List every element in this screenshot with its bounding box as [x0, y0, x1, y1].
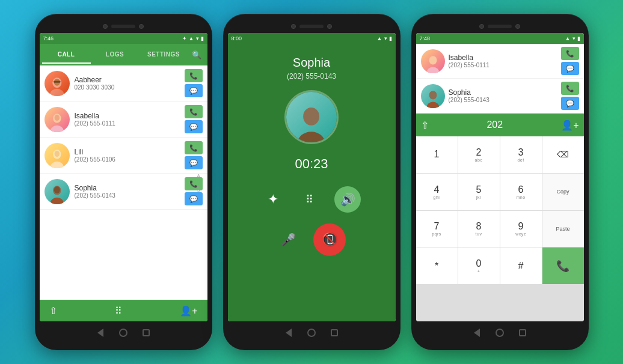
msg-btn-lili[interactable]: 💬	[185, 156, 203, 169]
dial-0[interactable]: 0+	[458, 247, 500, 284]
search-icon[interactable]: 🔍	[188, 48, 205, 62]
dialer-contact-sophia[interactable]: Sophia (202) 555-0143 📞 💬	[416, 79, 584, 114]
contact-actions-isabella: 📞 💬	[185, 105, 203, 133]
nav-recent-2[interactable]	[329, 327, 340, 338]
share-icon-3[interactable]: ⇧	[421, 120, 429, 131]
dial-3[interactable]: 3def	[500, 136, 542, 173]
dial-call[interactable]: 📞	[542, 247, 584, 284]
bluetooth-call-btn[interactable]: ✦	[262, 189, 284, 210]
dial-2[interactable]: 2abc	[458, 136, 500, 173]
phone-1-bottom-actions: ⇧ ⠿ 👤+	[40, 300, 207, 321]
end-call-button[interactable]: 📵	[313, 223, 346, 256]
dial-hash[interactable]: #	[500, 247, 542, 284]
msg-btn-aabheer[interactable]: 💬	[185, 84, 203, 97]
nav-back-3[interactable]	[471, 327, 482, 338]
msg-btn-isabella[interactable]: 💬	[185, 120, 203, 133]
nav-back-2[interactable]	[283, 327, 294, 338]
dialer-msg-btn-sophia[interactable]: 💬	[561, 97, 579, 110]
dialer-contacts: Isabella (202) 555-0111 📞 💬 Sophia (202)…	[416, 44, 584, 114]
nav-home-3[interactable]	[494, 327, 505, 338]
dial-copy[interactable]: Copy	[542, 174, 584, 210]
tab-settings[interactable]: SETTINGS	[140, 46, 188, 64]
share-icon[interactable]: ⇧	[49, 305, 57, 317]
add-contact-icon[interactable]: 👤+	[180, 305, 197, 317]
phone-1-tab-bar: CALL LOGS SETTINGS 🔍	[40, 44, 207, 65]
side-letters: A I L S	[197, 174, 200, 192]
contact-name-aabheer: Aabheer	[75, 76, 180, 84]
avatar-isabella	[44, 107, 70, 132]
contact-item-aabheer[interactable]: Aabheer 020 3030 3030 📞 💬	[40, 65, 207, 102]
dial-paste[interactable]: Paste	[542, 211, 584, 247]
dial-7[interactable]: 7pqrs	[416, 211, 458, 247]
letter-l: L	[197, 183, 200, 187]
tab-logs[interactable]: LOGS	[91, 46, 140, 64]
dial-1[interactable]: 1	[416, 136, 458, 173]
svg-point-14	[298, 132, 325, 142]
dialpad: 1 2abc 3def ⌫ 4ghi 5jkl 6mno Copy 7pqrs …	[416, 136, 584, 321]
mute-call-btn[interactable]: 🎤	[277, 229, 299, 250]
speaker-call-btn[interactable]: 🔊	[334, 186, 361, 213]
dialer-contact-isabella[interactable]: Isabella (202) 555-0111 📞 💬	[416, 44, 584, 79]
dial-9[interactable]: 9wxyz	[500, 211, 542, 247]
dialer-call-btn-sophia[interactable]: 📞	[561, 82, 579, 95]
phone-1-speaker	[111, 25, 135, 28]
phone-2-screen: 8:00 ▲ ▾ ▮ Sophia (202) 555-0143 00:23	[228, 33, 396, 321]
tab-call[interactable]: CALL	[42, 46, 91, 64]
keypad-call-btn[interactable]: ⠿	[298, 189, 320, 210]
contact-item-lili[interactable]: Lili (202) 555-0106 📞 💬	[40, 138, 207, 174]
dial-backspace[interactable]: ⌫	[542, 136, 584, 173]
phone-2-camera	[291, 24, 296, 29]
dialer-msg-btn-isabella[interactable]: 💬	[561, 62, 579, 75]
phone-2: 8:00 ▲ ▾ ▮ Sophia (202) 555-0143 00:23	[223, 14, 400, 350]
phone-2-status-bar: 8:00 ▲ ▾ ▮	[228, 33, 396, 44]
contact-item-sophia[interactable]: Sophia (202) 555-0143 📞 💬	[40, 174, 207, 210]
call-timer: 00:23	[295, 156, 328, 172]
contact-info-lili: Lili (202) 555-0106	[75, 148, 180, 163]
phone-1-sensor	[139, 24, 144, 29]
phone-3-time: 7:48	[420, 35, 431, 41]
nav-back[interactable]	[95, 327, 106, 338]
dialer-actions-isabella: 📞 💬	[561, 47, 579, 75]
dial-star[interactable]: *	[416, 247, 458, 284]
dialer-call-btn-isabella[interactable]: 📞	[561, 47, 579, 60]
battery-icon: ▮	[201, 35, 204, 41]
phone-2-sensor	[327, 24, 332, 29]
contact-actions-lili: 📞 💬	[185, 141, 203, 169]
contact-number-lili: (202) 555-0106	[75, 156, 180, 163]
call-controls-row2: 🎤 📵	[277, 223, 346, 256]
nav-home[interactable]	[118, 327, 129, 338]
msg-btn-sophia[interactable]: 💬	[185, 192, 203, 205]
battery-icon-3: ▮	[577, 35, 580, 41]
call-btn-isabella[interactable]: 📞	[185, 105, 203, 118]
call-btn-aabheer[interactable]: 📞	[185, 69, 203, 82]
add-contact-icon-3[interactable]: 👤+	[561, 120, 578, 131]
dialpad-icon[interactable]: ⠿	[115, 305, 122, 317]
avatar-sophia-1	[44, 179, 70, 204]
phone-3-sensor	[515, 24, 520, 29]
svg-point-13	[304, 108, 320, 126]
dial-input[interactable]: 202	[432, 120, 558, 130]
contact-item-isabella[interactable]: Isabella (202) 555-0111 📞 💬	[40, 102, 207, 138]
phone-3-screen: 7:48 ▲ ▾ ▮ Isabella (202) 555-0111	[416, 33, 584, 321]
dial-6[interactable]: 6mno	[500, 174, 542, 210]
svg-point-16	[426, 67, 439, 73]
dialer-number-isabella: (202) 555-0111	[449, 62, 557, 68]
active-call-screen: Sophia (202) 555-0143 00:23 ✦ ⠿ 🔊	[228, 44, 396, 321]
contact-info-aabheer: Aabheer 020 3030 3030	[75, 76, 180, 91]
dial-4[interactable]: 4ghi	[416, 174, 458, 210]
nav-recent-3[interactable]	[517, 327, 528, 338]
phone-3-status-bar: 7:48 ▲ ▾ ▮	[416, 33, 584, 44]
dial-8[interactable]: 8tuv	[458, 211, 500, 247]
caller-avatar-ring	[284, 90, 339, 144]
dialer-avatar-sophia	[421, 84, 445, 108]
nav-home-2[interactable]	[306, 327, 317, 338]
phone-1-time: 7:46	[43, 35, 54, 41]
nav-recent[interactable]	[141, 327, 152, 338]
avatar-lili	[44, 143, 70, 168]
contact-info-sophia: Sophia (202) 555-0143	[75, 184, 180, 199]
dialer-name-isabella: Isabella	[449, 53, 557, 62]
dial-5[interactable]: 5jkl	[458, 174, 500, 210]
signal-icon-3: ▲	[565, 35, 571, 41]
phone-2-time: 8:00	[232, 35, 242, 41]
call-btn-lili[interactable]: 📞	[185, 141, 203, 154]
